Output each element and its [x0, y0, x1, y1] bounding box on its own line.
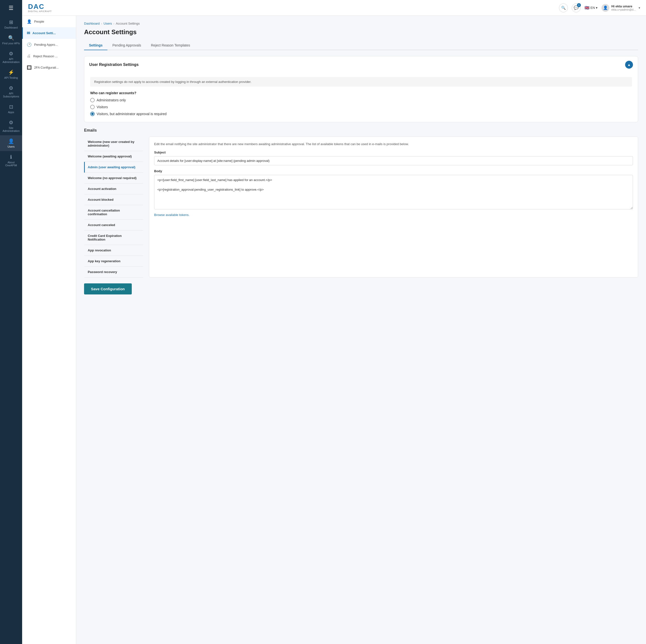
secondary-sidebar: 👤 People ✉ Account Setti... 🕐 Pending Ap… — [22, 16, 76, 644]
people-icon: 👤 — [27, 19, 32, 24]
tab-reject-reason-templates[interactable]: Reject Reason Templates — [146, 41, 195, 50]
radio-visitors-approval[interactable]: Visitors, but administrator approval is … — [90, 112, 632, 116]
body-textarea[interactable] — [154, 175, 633, 209]
content-area: 👤 People ✉ Account Setti... 🕐 Pending Ap… — [22, 16, 646, 644]
editor-info: Edit the email notifying the site admini… — [154, 142, 633, 147]
sidebar-item-reject-reason[interactable]: 🖨 Reject Reason ... — [22, 51, 76, 62]
chevron-up-icon: ▲ — [627, 63, 631, 67]
email-item-credit-card-expiry[interactable]: Credit Card Expiration Notification — [84, 231, 143, 245]
avatar: 👤 — [602, 4, 609, 12]
page-title: Account Settings — [84, 28, 638, 36]
sidebar-item-about[interactable]: ℹ About OneAPIM — [0, 151, 22, 170]
radio-dot-approval — [91, 113, 94, 115]
radio-visitors[interactable]: Visitors — [90, 105, 632, 109]
api-testing-icon: ⚡ — [8, 69, 14, 75]
radio-group: Administrators only Visitors Visitors, b… — [90, 98, 632, 116]
breadcrumb-users[interactable]: Users — [104, 22, 112, 25]
tab-settings[interactable]: Settings — [84, 41, 107, 50]
find-apis-icon: 🔍 — [8, 35, 14, 41]
page-content: Dashboard › Users › Account Settings Acc… — [76, 16, 646, 644]
tab-pending-approvals[interactable]: Pending Approvals — [107, 41, 146, 50]
notifications-button[interactable]: 💬 0 — [572, 3, 580, 12]
logo-dac: DAC — [28, 3, 52, 10]
browse-tokens-link[interactable]: Browse available tokens. — [154, 213, 190, 217]
user-chevron-icon: ▾ — [639, 6, 640, 10]
email-item-password-recovery[interactable]: Password recovery — [84, 267, 143, 277]
save-configuration-button[interactable]: Save Configuration — [84, 283, 132, 294]
radio-circle-approval — [90, 112, 95, 116]
user-info[interactable]: 👤 Hi ekta umare ekta.u+padmin@d... ▾ — [602, 4, 640, 12]
registration-notice: Registration settings do not apply to ac… — [90, 77, 632, 87]
top-header: DAC DIGITAL APICRAFT 🔍 💬 0 🇬🇧 EN ▾ 👤 Hi … — [22, 0, 646, 16]
main-area: DAC DIGITAL APICRAFT 🔍 💬 0 🇬🇧 EN ▾ 👤 Hi … — [22, 0, 646, 644]
email-item-welcome-admin[interactable]: Welcome (new user created by administrat… — [84, 136, 143, 151]
email-item-account-canceled[interactable]: Account canceled — [84, 220, 143, 231]
lang-chevron-icon: ▾ — [596, 6, 598, 10]
flag-icon: 🇬🇧 — [584, 5, 589, 10]
card-toggle-button[interactable]: ▲ — [625, 61, 633, 69]
site-admin-icon: ⚙ — [9, 119, 13, 125]
sidebar-item-people[interactable]: 👤 People — [22, 16, 76, 27]
about-icon: ℹ — [10, 154, 12, 160]
radio-circle-visitors — [90, 105, 95, 109]
api-admin-icon: ⚙ — [9, 51, 13, 57]
tabs: Settings Pending Approvals Reject Reason… — [84, 41, 638, 50]
reject-reason-icon: 🖨 — [27, 54, 31, 58]
email-item-welcome-no-approval[interactable]: Welcome (no approval required) — [84, 173, 143, 184]
emails-section: Emails Welcome (new user created by admi… — [84, 128, 638, 277]
email-item-app-revocation[interactable]: App revocation — [84, 245, 143, 256]
radio-circle-admins — [90, 98, 95, 102]
sidebar-item-users[interactable]: 👤 Users — [0, 135, 22, 151]
header-right: 🔍 💬 0 🇬🇧 EN ▾ 👤 Hi ekta umare ekta.u+pad… — [559, 3, 640, 12]
sidebar-item-api-admin[interactable]: ⚙ API Administration — [0, 48, 22, 67]
sidebar-nav: ☰ ⊞ Dashboard 🔍 Find your APIs ⚙ API Adm… — [0, 0, 22, 644]
hamburger-icon[interactable]: ☰ — [6, 2, 16, 14]
emails-title: Emails — [84, 128, 638, 132]
breadcrumb-current: Account Settings — [116, 22, 140, 25]
email-item-account-activation[interactable]: Account activation — [84, 184, 143, 194]
account-settings-icon: ✉ — [27, 31, 30, 35]
logo: DAC DIGITAL APICRAFT — [28, 3, 52, 13]
language-selector[interactable]: 🇬🇧 EN ▾ — [584, 5, 598, 10]
email-item-admin-awaiting[interactable]: Admin (user awaiting approval) — [84, 162, 143, 173]
users-icon: 👤 — [8, 138, 14, 144]
sidebar-item-site-admin[interactable]: ⚙ Site Administration — [0, 117, 22, 135]
user-name: Hi ekta umare — [611, 4, 636, 8]
breadcrumb-sep-2: › — [113, 22, 114, 25]
user-email: ekta.u+padmin@d... — [611, 8, 636, 11]
api-subs-icon: ⚙ — [9, 85, 13, 91]
apps-icon: ⊡ — [9, 104, 13, 110]
subject-label: Subject — [154, 151, 633, 154]
user-text: Hi ekta umare ekta.u+padmin@d... — [611, 4, 636, 11]
logo-sub: DIGITAL APICRAFT — [28, 10, 52, 13]
email-item-account-blocked[interactable]: Account blocked — [84, 194, 143, 205]
emails-layout: Welcome (new user created by administrat… — [84, 136, 638, 277]
register-question: Who can register accounts? — [90, 91, 632, 95]
email-item-welcome-awaiting[interactable]: Welcome (awaiting approval) — [84, 151, 143, 162]
sidebar-item-dashboard[interactable]: ⊞ Dashboard — [0, 16, 22, 32]
pending-approvals-icon: 🕐 — [27, 42, 32, 47]
breadcrumb-dashboard[interactable]: Dashboard — [84, 22, 100, 25]
sidebar-item-find-apis[interactable]: 🔍 Find your APIs — [0, 32, 22, 48]
sidebar-item-apps[interactable]: ⊡ Apps — [0, 101, 22, 117]
sidebar-item-api-subs[interactable]: ⚙ API Subscriptions — [0, 82, 22, 101]
2fa-icon: 🔲 — [27, 65, 32, 70]
user-registration-card: User Registration Settings ▲ Registratio… — [84, 56, 638, 122]
card-body: Registration settings do not apply to ac… — [84, 73, 638, 122]
card-title: User Registration Settings — [89, 63, 139, 67]
emails-list: Welcome (new user created by administrat… — [84, 136, 143, 277]
card-header[interactable]: User Registration Settings ▲ — [84, 56, 638, 73]
dashboard-icon: ⊞ — [9, 19, 13, 25]
search-button[interactable]: 🔍 — [559, 3, 568, 12]
email-item-account-cancellation[interactable]: Account cancellation confirmation — [84, 205, 143, 220]
subject-input[interactable] — [154, 156, 633, 165]
breadcrumb-sep-1: › — [101, 22, 102, 25]
sidebar-item-api-testing[interactable]: ⚡ API Testing — [0, 67, 22, 82]
email-editor: Edit the email notifying the site admini… — [149, 136, 638, 277]
sidebar-item-account-settings[interactable]: ✉ Account Setti... — [22, 27, 76, 39]
email-item-app-key-regen[interactable]: App key regeneration — [84, 256, 143, 267]
radio-admins-only[interactable]: Administrators only — [90, 98, 632, 102]
sidebar-item-pending-approvals[interactable]: 🕐 Pending Appro... — [22, 39, 76, 51]
body-label: Body — [154, 169, 633, 173]
sidebar-item-2fa-config[interactable]: 🔲 2FA Configurati... — [22, 62, 76, 73]
